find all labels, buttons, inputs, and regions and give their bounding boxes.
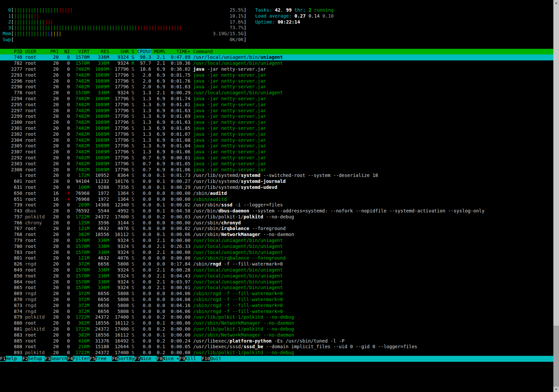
column-header-user[interactable]: USER xyxy=(25,49,50,54)
column-header-res[interactable]: RES xyxy=(92,49,112,54)
cell-time: 0:00.00 xyxy=(168,220,193,225)
scrollbar-down-arrow-icon[interactable]: ▼ xyxy=(553,387,559,392)
cell-virt: 372M xyxy=(73,303,92,308)
process-row-885[interactable]: 885 root 20 0 416M 31376 16492 S 0.0 0.2… xyxy=(0,338,553,344)
process-row-888[interactable]: 888 root 20 0 216M 15188 12644 S 0.0 0.1… xyxy=(0,344,553,350)
fkey-f4[interactable]: F4Filter xyxy=(67,356,89,361)
column-header-mem[interactable]: MEM% xyxy=(154,49,168,54)
cell-command: /usr/sbin/NetworkManager --no-daemon xyxy=(193,320,294,326)
cell-cpu: 0.0 xyxy=(137,326,154,332)
process-row-2298[interactable]: 2298 root 20 0 7482M 1089M 17796 S 2.0 6… xyxy=(0,84,553,90)
process-row-782[interactable]: 782 root 20 0 1570M 336M 9324 R 97.7 2.1… xyxy=(0,60,553,66)
cell-user: dbus xyxy=(25,208,50,213)
process-row-2293[interactable]: 2293 root 20 0 7482M 1089M 17796 S 2.0 6… xyxy=(0,72,553,78)
process-row-2300[interactable]: 2300 root 20 0 7482M 1089M 17796 S 1.3 6… xyxy=(0,119,553,125)
cell-mem: 2.1 xyxy=(154,238,168,243)
cell-state: S xyxy=(132,320,137,326)
process-row-2302[interactable]: 2302 root 20 0 7482M 1089M 17796 S 1.3 6… xyxy=(0,131,553,137)
process-row-650[interactable]: 650 root 16 -4 76968 1972 1364 S 0.0 0.0… xyxy=(0,191,553,196)
cell-res: 336M xyxy=(92,250,112,255)
process-row-801[interactable]: 801 root 20 0 121M 4632 4076 S 0.0 0.0 0… xyxy=(0,255,553,261)
process-row-651[interactable]: 651 root 16 -4 76968 1972 1364 S 0.0 0.0… xyxy=(0,196,553,202)
fkey-f5[interactable]: F5Tree xyxy=(90,356,112,361)
process-row-757[interactable]: 757 polkitd 20 0 1722M 24372 17400 S 0.0… xyxy=(0,214,553,220)
cell-pri: 16 xyxy=(50,196,61,202)
scrollbar-up-arrow-icon[interactable]: ▲ xyxy=(553,0,559,5)
process-row-631[interactable]: 631 root 20 0 106M 9288 7356 S 0.0 0.1 0… xyxy=(0,185,553,191)
process-row-2296[interactable]: 2296 root 20 0 7482M 1089M 17796 S 2.0 6… xyxy=(0,78,553,84)
process-row-893[interactable]: 893 polkitd 20 0 1722M 24372 17400 S 0.0… xyxy=(0,350,553,356)
process-row-864[interactable]: 864 root 20 0 1570M 336M 9324 S 0.0 2.1 … xyxy=(0,279,553,285)
process-row-826[interactable]: 826 rngd 20 0 372M 6656 5808 S 0.0 0.0 0… xyxy=(0,261,553,267)
process-row-879[interactable]: 879 polkitd 20 0 1722M 24372 17400 S 0.0… xyxy=(0,314,553,320)
process-row-2299[interactable]: 2299 root 20 0 7482M 1089M 17796 S 1.3 6… xyxy=(0,114,553,119)
column-header-virt[interactable]: VIRT xyxy=(73,49,92,54)
process-row-2301[interactable]: 2301 root 20 0 7482M 1089M 17796 S 1.3 6… xyxy=(0,125,553,131)
column-header-cpu-sorted[interactable]: CPU%▽ xyxy=(137,49,151,54)
process-row-873[interactable]: 873 rngd 20 0 372M 6656 5808 S 0.0 0.0 0… xyxy=(0,303,553,309)
process-row-778[interactable]: 778 root 20 0 1570M 336M 9324 S 1.3 2.1 … xyxy=(0,90,553,96)
process-row-2294[interactable]: 2294 root 20 0 7482M 1089M 17796 S 1.3 6… xyxy=(0,96,553,102)
cell-time: 0:04.16 xyxy=(168,303,193,308)
cell-res: 336M xyxy=(92,60,112,66)
process-row-849[interactable]: 849 root 20 0 1570M 336M 9324 S 0.0 2.1 … xyxy=(0,267,553,273)
column-header-time[interactable]: TIME+ xyxy=(168,49,193,54)
column-header-command[interactable]: Command xyxy=(193,49,213,54)
fkey-f7[interactable]: F7Nice - xyxy=(135,356,157,361)
scrollbar-thumb[interactable] xyxy=(553,5,559,326)
process-row-850[interactable]: 850 root 20 0 1570M 336M 9324 S 0.0 2.1 … xyxy=(0,273,553,279)
cell-mem: 0.1 xyxy=(154,173,168,178)
cell-command-base: auditd xyxy=(210,191,227,196)
process-row-740[interactable]: 740 root 20 0 1570M 336M 9324 S 98.3 2.1… xyxy=(0,54,553,60)
cell-pri: 20 xyxy=(50,220,61,225)
fkey-f10[interactable]: F10Quit xyxy=(202,356,227,361)
cell-user: root xyxy=(25,161,50,166)
process-row-780[interactable]: 780 root 20 0 1570M 336M 9324 S 0.0 2.1 … xyxy=(0,244,553,250)
process-row-865[interactable]: 865 root 20 0 1570M 336M 9324 S 0.0 2.1 … xyxy=(0,285,553,291)
process-row-2308[interactable]: 2308 root 20 0 7482M 1089M 17796 S 0.7 6… xyxy=(0,167,553,173)
cell-state: S xyxy=(132,167,137,172)
process-row-2295[interactable]: 2295 root 20 0 7482M 1089M 17796 S 1.3 6… xyxy=(0,102,553,108)
process-row-2304[interactable]: 2304 root 20 0 7482M 1089M 17796 S 1.3 6… xyxy=(0,137,553,143)
fkey-f9[interactable]: F9Kill xyxy=(179,356,202,361)
fkey-f6[interactable]: F6SortBy xyxy=(112,356,134,361)
fkey-f2[interactable]: F2Setup xyxy=(22,356,45,361)
cell-time: 0:04.08 xyxy=(168,297,193,302)
column-header-shr[interactable]: SHR xyxy=(112,49,132,54)
fkey-f1[interactable]: F1Help xyxy=(0,356,22,361)
process-row-869[interactable]: 869 rngd 20 0 372M 6656 5808 S 0.0 0.0 0… xyxy=(0,291,553,297)
process-row-2307[interactable]: 2307 root 20 0 7482M 1089M 17796 S 1.3 6… xyxy=(0,149,553,155)
process-row-883[interactable]: 883 root 20 0 382M 18556 16112 S 0.0 0.1… xyxy=(0,332,553,338)
process-row-2277[interactable]: 2277 root 20 0 7482M 1089M 17796 S 18.6 … xyxy=(0,66,553,72)
column-header-pri[interactable]: PRI xyxy=(50,49,61,54)
process-row-2305[interactable]: 2305 root 20 0 7482M 1089M 17796 S 1.3 6… xyxy=(0,143,553,149)
process-row-739[interactable]: 739 root 20 0 209M 14368 12340 S 0.0 0.1… xyxy=(0,202,553,208)
process-row-881[interactable]: 881 polkitd 20 0 1722M 24372 17400 S 0.0… xyxy=(0,326,553,332)
cell-cpu: 0.0 xyxy=(137,226,154,231)
fkey-f7-label: Nice - xyxy=(140,356,157,361)
process-row-880[interactable]: 880 root 20 0 382M 18556 16112 S 0.0 0.1… xyxy=(0,320,553,326)
process-row-2292[interactable]: 2292 root 20 0 7482M 1089M 17796 S 0.7 6… xyxy=(0,155,553,161)
process-row-2297[interactable]: 2297 root 20 0 7482M 1089M 17796 S 1.3 6… xyxy=(0,108,553,114)
cell-pri: 20 xyxy=(50,119,61,125)
process-row-870[interactable]: 870 rngd 20 0 372M 6656 5808 S 0.0 0.0 0… xyxy=(0,297,553,303)
column-header-state[interactable]: S xyxy=(132,49,137,54)
process-row-783[interactable]: 783 root 20 0 1570M 336M 9324 S 0.0 2.1 … xyxy=(0,250,553,256)
column-header-ni[interactable]: NI xyxy=(61,49,73,54)
cell-pri: 20 xyxy=(50,332,61,338)
process-row-766[interactable]: 766 chrony 20 0 125M 3596 3144 S 0.0 0.0… xyxy=(0,220,553,226)
process-row-1[interactable]: 1 root 20 0 172M 10952 8364 S 0.0 0.1 0:… xyxy=(0,173,553,179)
scrollbar[interactable]: ▲ ▼ xyxy=(553,0,559,392)
cell-mem: 0.0 xyxy=(154,191,168,196)
process-row-767[interactable]: 767 root 20 0 121M 4632 4076 S 0.0 0.0 0… xyxy=(0,226,553,232)
process-row-2303[interactable]: 2303 root 20 0 7482M 1089M 17796 S 0.7 6… xyxy=(0,161,553,167)
process-row-779[interactable]: 779 root 20 0 1570M 336M 9324 S 0.0 2.1 … xyxy=(0,238,553,244)
cpu3-bar-green: ||||||||||||||||||||||||||||||||||||||||… xyxy=(14,25,137,30)
fkey-f3[interactable]: F3Search xyxy=(45,356,67,361)
fkey-f8[interactable]: F8Nice + xyxy=(157,356,179,361)
process-row-874[interactable]: 874 rngd 20 0 372M 6656 5808 S 0.0 0.0 0… xyxy=(0,309,553,315)
process-row-768[interactable]: 768 root 20 0 382M 18556 16112 S 0.0 0.1… xyxy=(0,232,553,238)
process-row-601[interactable]: 601 root 20 0 94104 11232 10176 S 0.0 0.… xyxy=(0,179,553,185)
process-row-743[interactable]: 743 dbus 20 0 76592 5544 4992 S 0.0 0.1 … xyxy=(0,208,553,214)
column-header-pid[interactable]: PID xyxy=(3,49,25,54)
